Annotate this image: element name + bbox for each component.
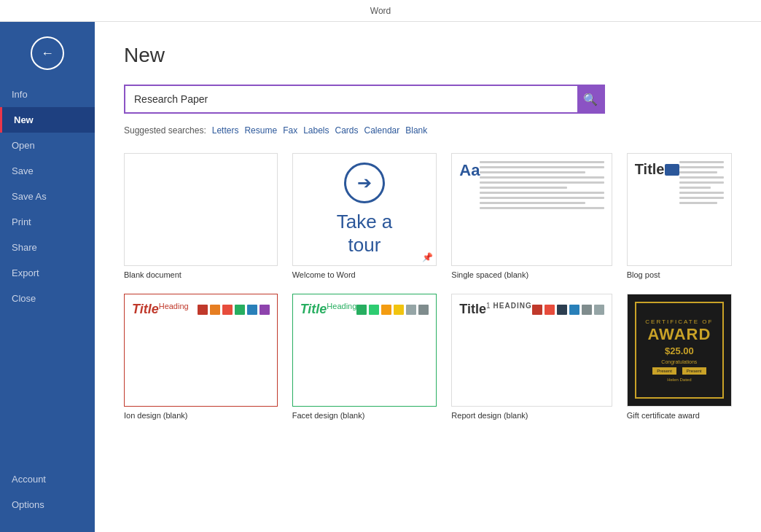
gift-thumb: CERTIFICATE OF AWARD $25.00 Congratulati… [627, 294, 732, 407]
template-report[interactable]: Title 1 HEADING [451, 294, 612, 420]
blog-title-row: Title [635, 161, 679, 178]
facet-title: Title [300, 302, 327, 317]
report-label: Report design (blank) [451, 411, 612, 420]
gift-price: $25.00 [665, 345, 694, 356]
tour-text: Take atour [337, 211, 393, 256]
sidebar-item-close[interactable]: Close [0, 286, 95, 311]
blank-label: Blank document [124, 270, 278, 279]
suggested-letters[interactable]: Letters [212, 125, 239, 136]
tour-thumb: ➔ Take atour 📌 [292, 153, 437, 266]
ion-label: Ion design (blank) [124, 411, 278, 420]
gift-names: Present Present [652, 367, 706, 375]
template-gift[interactable]: CERTIFICATE OF AWARD $25.00 Congratulati… [627, 294, 732, 420]
ion-title: Title [132, 302, 159, 317]
ion-heading: Heading [159, 302, 189, 310]
app-title: Word [370, 6, 391, 16]
suggested-labels[interactable]: Labels [303, 125, 329, 136]
single-spaced-thumb: Aa [451, 153, 612, 266]
sidebar-item-save[interactable]: Save [0, 158, 95, 184]
title-bar: Word [0, 0, 761, 22]
template-tour[interactable]: ➔ Take atour 📌 Welcome to Word [292, 153, 437, 279]
tour-label: Welcome to Word [292, 270, 356, 279]
template-ion[interactable]: Title Heading [124, 294, 278, 420]
doc-lines [480, 161, 604, 212]
suggested-label: Suggested searches: [124, 125, 206, 136]
content-area: New 🔍 Suggested searches: Letters Resume… [95, 22, 761, 532]
suggested-blank[interactable]: Blank [405, 125, 427, 136]
doc-aa-label: Aa [459, 161, 480, 180]
ion-color-strip [198, 305, 270, 315]
suggested-fax[interactable]: Fax [283, 125, 297, 136]
suggested-resume[interactable]: Resume [244, 125, 277, 136]
blog-doc-lines [679, 161, 724, 207]
facet-thumb: Title Heading [292, 294, 437, 407]
pin-icon: 📌 [422, 252, 433, 262]
sidebar-bottom: Account Options [0, 466, 95, 532]
suggested-cards[interactable]: Cards [335, 125, 359, 136]
report-heading-row: 1 HEADING [486, 302, 532, 310]
blank-thumb [124, 153, 278, 266]
report-color-strip [532, 305, 604, 315]
templates-grid: Blank document ➔ Take atour 📌 Welcome to… [124, 153, 732, 420]
ion-thumb: Title Heading [124, 294, 278, 407]
gift-label: Gift certificate award [627, 411, 732, 420]
tour-label-container: Welcome to Word [292, 266, 437, 279]
sidebar-item-new[interactable]: New [0, 107, 95, 133]
gift-border: CERTIFICATE OF AWARD $25.00 Congratulati… [635, 302, 724, 399]
gift-footer: Helen Dated [667, 378, 691, 382]
search-input[interactable] [125, 87, 577, 111]
sidebar: ← Info New Open Save Save As Print Share… [0, 22, 95, 532]
sidebar-item-options[interactable]: Options [0, 492, 95, 517]
sidebar-item-print[interactable]: Print [0, 209, 95, 235]
gift-inner: CERTIFICATE OF AWARD $25.00 Congratulati… [628, 294, 731, 406]
gift-congrats: Congratulations [661, 359, 697, 364]
suggested-calendar[interactable]: Calendar [364, 125, 400, 136]
gift-name-box-1: Present [652, 367, 676, 375]
sidebar-item-save-as[interactable]: Save As [0, 184, 95, 209]
facet-label: Facet design (blank) [292, 411, 437, 420]
page-title: New [124, 44, 732, 67]
sidebar-item-open[interactable]: Open [0, 133, 95, 158]
tour-arrow-icon: ➔ [344, 163, 385, 203]
blog-icon [665, 164, 679, 176]
gift-name-box-2: Present [682, 367, 706, 375]
suggested-searches: Suggested searches: Letters Resume Fax L… [124, 125, 732, 136]
search-icon: 🔍 [583, 93, 598, 106]
template-blank[interactable]: Blank document [124, 153, 278, 279]
report-heading-text: HEADING [493, 302, 532, 310]
facet-color-strip [356, 305, 429, 315]
template-blog-post[interactable]: Title Blog post [627, 153, 732, 279]
sidebar-item-info[interactable]: Info [0, 82, 95, 107]
gift-award-text: AWARD [647, 326, 711, 343]
blog-post-label: Blog post [627, 270, 732, 279]
search-bar: 🔍 [124, 85, 605, 114]
report-title: Title [459, 302, 486, 317]
facet-heading: Heading [327, 302, 356, 310]
back-button[interactable]: ← [31, 36, 64, 70]
report-num: 1 [486, 302, 491, 310]
main-layout: ← Info New Open Save Save As Print Share… [0, 22, 761, 532]
gift-cert-text: CERTIFICATE OF [645, 318, 713, 325]
template-single-spaced[interactable]: Aa Single spaced (blank) [451, 153, 612, 279]
sidebar-item-export[interactable]: Export [0, 260, 95, 286]
sidebar-item-share[interactable]: Share [0, 235, 95, 260]
blog-title-text: Title [635, 161, 665, 178]
search-button[interactable]: 🔍 [577, 86, 604, 112]
single-spaced-label: Single spaced (blank) [451, 270, 612, 279]
report-thumb: Title 1 HEADING [451, 294, 612, 407]
sidebar-item-account[interactable]: Account [0, 466, 95, 492]
blog-thumb: Title [627, 153, 732, 266]
template-facet[interactable]: Title Heading [292, 294, 437, 420]
